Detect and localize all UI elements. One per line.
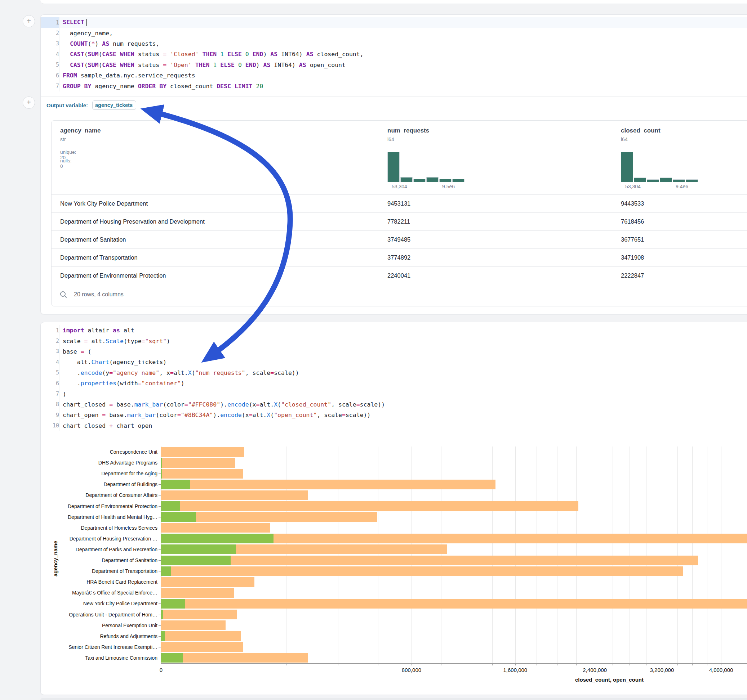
add-cell-button-top[interactable]: + (23, 15, 35, 27)
code-line[interactable]: 2 agency_name, (41, 28, 747, 38)
bar-open-count (161, 609, 163, 619)
code-text: SELECT (59, 19, 87, 26)
y-axis-title: agency_name (52, 541, 58, 576)
column-name: closed_count (621, 127, 661, 134)
code-line[interactable]: 1⌄SELECT (41, 17, 747, 28)
column-name: agency_name (60, 127, 101, 134)
line-number-gutter: 5 (41, 368, 59, 378)
y-axis-tick (159, 636, 161, 637)
table-row[interactable]: Department of Transportation377489234719… (51, 249, 747, 267)
table-cell: Department of Environmental Protection (60, 267, 166, 284)
y-axis-label: Senior Citizen Rent Increase Exempti… (41, 644, 157, 650)
code-line[interactable]: 8chart_closed = base.mark_bar(color="#FF… (41, 399, 747, 410)
y-axis-label: Personal Exemption Unit (41, 623, 157, 628)
table-cell: 7782211 (387, 213, 410, 231)
code-line[interactable]: 7) (41, 389, 747, 399)
gridline (378, 447, 378, 663)
y-axis-tick (159, 571, 161, 572)
bar-closed-count (161, 599, 747, 608)
line-number-gutter: 3⌄ (41, 346, 59, 357)
fold-chevron-icon[interactable]: ⌄ (56, 20, 59, 25)
code-line[interactable]: 7GROUP BY agency_name ORDER BY closed_co… (41, 81, 747, 91)
gridline (646, 447, 646, 663)
bar-open-count (161, 512, 196, 522)
x-axis-label: 4,000,000 (709, 667, 733, 673)
table-row[interactable]: Department of Sanitation37494853677651 (51, 231, 747, 249)
bar-open-count (161, 556, 231, 565)
sql-editor[interactable]: 1⌄SELECT2 agency_name,3 COUNT(*) AS num_… (41, 15, 747, 97)
code-line[interactable]: 3⌄base = ( (41, 346, 747, 357)
code-line[interactable]: 6FROM sample_data.nyc.service_requests (41, 70, 747, 81)
y-axis-label: Department of Buildings (41, 481, 157, 487)
code-text: .encode(y="agency_name", x=alt.X("num_re… (59, 370, 299, 376)
y-axis-label: Department for the Aging (41, 471, 157, 477)
x-axis-title: closed_count, open_count (575, 677, 644, 683)
y-axis-tick (159, 549, 161, 550)
gridline (411, 447, 412, 663)
line-number-gutter: 7 (41, 81, 59, 91)
axis-tick (629, 663, 630, 665)
line-number-gutter: 7 (41, 389, 59, 399)
y-axis-label: Department of Housing Preservation … (41, 536, 157, 542)
line-number-gutter: 4 (41, 49, 59, 59)
table-cell: Department of Transportation (60, 249, 138, 267)
code-text: chart_closed + chart_open (59, 422, 152, 429)
table-row[interactable]: New York City Police Department945313194… (51, 195, 747, 213)
code-line[interactable]: 4 CAST(SUM(CASE WHEN status = 'Closed' T… (41, 49, 747, 59)
add-cell-button-middle[interactable]: + (23, 97, 35, 109)
bar-closed-count (161, 588, 234, 598)
dataframe-footer: 20 rows, 4 columns (51, 283, 747, 306)
y-axis-tick (159, 615, 161, 615)
code-line[interactable]: 5 .encode(y="agency_name", x=alt.X("num_… (41, 368, 747, 378)
code-line[interactable]: 4 alt.Chart(agency_tickets) (41, 357, 747, 367)
code-text: COUNT(*) AS num_requests, (59, 40, 159, 47)
table-cell: Department of Housing Preservation and D… (60, 213, 205, 231)
y-axis-tick (159, 495, 161, 495)
column-histogram (387, 152, 465, 182)
y-axis-tick (159, 560, 161, 561)
code-line[interactable]: 10chart_closed + chart_open (41, 421, 747, 431)
bar-closed-count (161, 501, 578, 511)
y-axis-label: Correspondence Unit (41, 449, 157, 455)
code-text: CAST(SUM(CASE WHEN status = 'Open' THEN … (59, 62, 346, 68)
code-line[interactable]: 2scale = alt.Scale(type="sqrt") (41, 336, 747, 346)
code-line[interactable]: 9chart_open = base.mark_bar(color="#8BC3… (41, 410, 747, 420)
search-icon[interactable] (59, 291, 67, 299)
table-cell: New York City Police Department (60, 195, 148, 213)
gridline (662, 447, 662, 663)
axis-tick (595, 663, 595, 665)
output-variable-row: Output variable: agency_tickets (41, 97, 747, 113)
python-cell: 1import altair as alt2scale = alt.Scale(… (40, 322, 747, 695)
y-axis-label: DHS Advantage Programs (41, 460, 157, 466)
bar-open-count (161, 566, 171, 576)
fold-chevron-icon[interactable]: ⌄ (56, 349, 59, 354)
code-line[interactable]: 1import altair as alt (41, 325, 747, 336)
column-type: str (60, 136, 66, 142)
code-line[interactable]: 6 .properties(width="container") (41, 378, 747, 389)
output-variable-pill[interactable]: agency_tickets (92, 101, 136, 110)
code-text: base = ( (59, 348, 91, 355)
axis-tick (692, 663, 693, 665)
x-axis-label: 800,000 (402, 667, 421, 673)
line-number-gutter: 1 (41, 325, 59, 336)
code-line[interactable]: 5 CAST(SUM(CASE WHEN status = 'Open' THE… (41, 60, 747, 70)
histogram-max-label: 9.5e6 (442, 184, 455, 189)
axis-tick (576, 663, 576, 665)
gridline (721, 447, 721, 663)
gridline (468, 447, 468, 663)
y-axis-tick (159, 474, 161, 474)
table-row[interactable]: Department of Environmental Protection22… (51, 267, 747, 284)
table-cell: 3677651 (621, 231, 644, 249)
output-variable-label: Output variable: (47, 102, 88, 109)
gridline (595, 447, 595, 663)
bar-closed-count (161, 447, 244, 457)
line-number-gutter: 5 (41, 60, 59, 70)
python-editor[interactable]: 1import altair as alt2scale = alt.Scale(… (41, 322, 747, 434)
gridline (612, 447, 613, 663)
gridline (677, 447, 678, 663)
line-number-gutter: 6 (41, 378, 59, 389)
axis-tick (721, 663, 721, 665)
axis-tick (735, 663, 735, 665)
table-row[interactable]: Department of Housing Preservation and D… (51, 213, 747, 231)
code-line[interactable]: 3 COUNT(*) AS num_requests, (41, 39, 747, 49)
